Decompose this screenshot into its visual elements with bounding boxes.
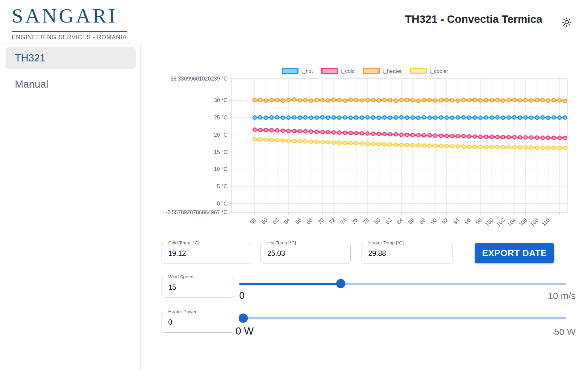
heater-power-input[interactable] — [161, 312, 234, 332]
wind-speed-field: Wind Speed — [161, 277, 234, 298]
svg-text:76: 76 — [350, 217, 359, 226]
logo-text: SANGARI — [12, 2, 127, 32]
svg-text:90: 90 — [429, 217, 438, 225]
svg-text:36.33099601020239 °C: 36.33099601020239 °C — [170, 76, 227, 82]
svg-text:98: 98 — [475, 217, 483, 226]
sidebar-item-manual[interactable]: Manual — [6, 75, 136, 94]
cold-temp-input[interactable] — [161, 243, 251, 264]
svg-text:62: 62 — [271, 217, 280, 226]
slider-fill — [239, 283, 341, 285]
theme-toggle-button[interactable] — [561, 16, 573, 28]
slider-thumb[interactable] — [239, 314, 248, 323]
svg-text:66: 66 — [294, 217, 302, 226]
svg-text:15 °C: 15 °C — [214, 149, 227, 155]
sidebar-divider — [140, 43, 141, 370]
heater-power-max-label: 50 W — [554, 326, 576, 337]
svg-text:68: 68 — [305, 217, 314, 226]
svg-text:94: 94 — [452, 217, 461, 225]
svg-text:86: 86 — [407, 217, 415, 226]
company-logo: SANGARI ENGINEERING SERVICES - ROMANIA — [12, 2, 127, 41]
svg-text:25 °C: 25 °C — [214, 114, 227, 121]
svg-text:58: 58 — [249, 217, 257, 226]
wind-speed-input[interactable] — [161, 277, 234, 297]
svg-text:5 °C: 5 °C — [217, 183, 227, 189]
heater-temp-input[interactable] — [361, 243, 452, 264]
svg-text:84: 84 — [395, 217, 404, 225]
svg-text:108: 108 — [529, 217, 540, 228]
sidebar-item-th321[interactable]: TH321 — [6, 47, 136, 69]
svg-text:78: 78 — [362, 217, 370, 226]
temperature-chart[interactable]: 36.33099601020239 °C30 °C25 °C20 °C15 °C… — [142, 52, 588, 235]
svg-text:110: 110 — [540, 217, 551, 227]
svg-text:82: 82 — [384, 217, 393, 226]
sun-icon — [561, 17, 572, 28]
svg-text:104: 104 — [506, 217, 517, 228]
slider-thumb[interactable] — [336, 279, 345, 288]
heater-power-field: Heater Power — [161, 312, 234, 333]
svg-text:64: 64 — [283, 217, 291, 225]
cold-temp-field: Cold Temp [°C] — [161, 243, 251, 264]
svg-text:88: 88 — [418, 217, 427, 226]
heater-temp-field: Heater Temp [°C] — [361, 243, 453, 264]
logo-subtitle: ENGINEERING SERVICES - ROMANIA — [12, 34, 127, 41]
svg-text:106: 106 — [518, 217, 528, 228]
sidebar: TH321 Manual — [0, 43, 140, 370]
svg-text:92: 92 — [441, 217, 449, 226]
heater-power-slider[interactable] — [239, 313, 566, 324]
svg-text:20 °C: 20 °C — [214, 132, 227, 138]
page-title: TH321 - Convectia Termica — [405, 13, 542, 25]
svg-text:0 °C: 0 °C — [217, 201, 227, 207]
wind-min-label: 0 — [239, 290, 244, 301]
svg-text:70: 70 — [316, 217, 325, 225]
svg-text:80: 80 — [373, 217, 382, 225]
svg-text:74: 74 — [339, 217, 348, 225]
heater-power-min-label: 0 W — [236, 325, 254, 337]
slider-track[interactable] — [239, 317, 566, 319]
wind-speed-slider[interactable] — [239, 278, 566, 289]
svg-text:102: 102 — [495, 217, 506, 228]
app-window: SANGARI ENGINEERING SERVICES - ROMANIA T… — [0, 0, 588, 370]
svg-text:60: 60 — [260, 217, 269, 225]
svg-text:72: 72 — [328, 217, 336, 226]
svg-text:30 °C: 30 °C — [214, 97, 227, 103]
wind-max-label: 10 m/s — [548, 291, 576, 301]
svg-text:96: 96 — [463, 217, 472, 226]
hot-temp-field: Hot Temp [°C] — [260, 243, 351, 264]
hot-temp-input[interactable] — [261, 243, 350, 264]
export-date-button[interactable]: EXPORT DATE — [475, 243, 554, 263]
svg-text:100: 100 — [484, 217, 494, 228]
svg-text:-2.5578928786864967 °C: -2.5578928786864967 °C — [165, 209, 227, 215]
svg-text:10 °C: 10 °C — [214, 166, 227, 172]
